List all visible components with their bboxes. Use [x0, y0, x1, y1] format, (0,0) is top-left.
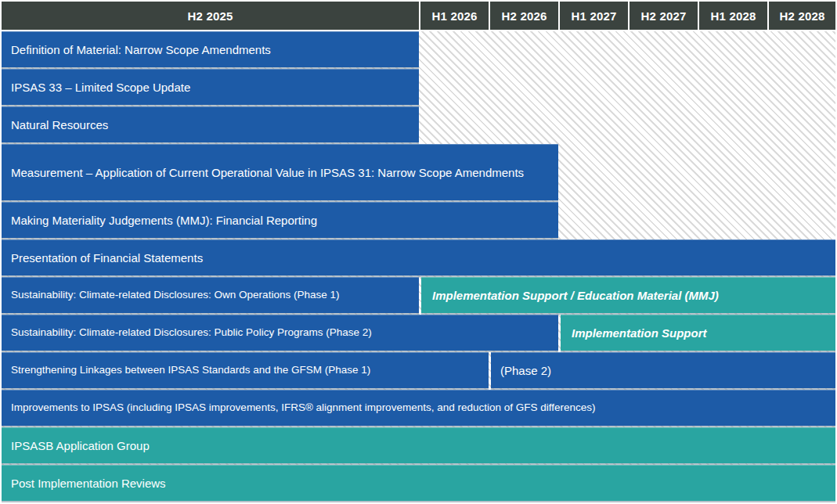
gantt-inner: H2 2025H1 2026H2 2026H1 2027H2 2027H1 20…	[2, 2, 835, 502]
gantt-row: Post Implementation Reviews	[2, 465, 835, 501]
gantt-row: IPSAS 33 – Limited Scope Update	[2, 69, 835, 105]
timeline-header-cell: H1 2027	[560, 2, 628, 30]
support-phase-bar: Implementation Support	[561, 315, 835, 351]
bar-label: Natural Resources	[11, 117, 108, 133]
bar-label: Sustainability: Climate-related Disclosu…	[11, 288, 339, 303]
bar-label: Making Materiality Judgements (MMJ): Fin…	[11, 212, 317, 229]
bar-label: IPSAS 33 – Limited Scope Update	[11, 79, 190, 95]
bar-label: Implementation Support	[572, 325, 707, 341]
support-phase-bar: Post Implementation Reviews	[2, 465, 835, 501]
bar-label: Implementation Support / Education Mater…	[432, 287, 719, 304]
timeline-header-cell: H2 2027	[630, 2, 698, 30]
bar-label: Measurement – Application of Current Ope…	[11, 164, 524, 181]
timeline-header-cell: H1 2028	[699, 2, 767, 30]
workstream-bar: Improvements to IPSAS (including IPSAS i…	[2, 390, 835, 426]
support-phase-bar: IPSASB Application Group	[2, 427, 835, 463]
bar-label: Sustainability: Climate-related Disclosu…	[11, 326, 372, 340]
gantt-row: IPSASB Application Group	[2, 427, 835, 463]
gantt-row: Definition of Material: Narrow Scope Ame…	[2, 31, 835, 67]
bar-label: Post Implementation Reviews	[11, 475, 166, 491]
workstream-bar: Strengthening Linkages between IPSAS Sta…	[2, 352, 489, 388]
gantt-row: Sustainability: Climate-related Disclosu…	[2, 277, 835, 313]
workstream-bar: Measurement – Application of Current Ope…	[2, 144, 558, 200]
gantt-body: Definition of Material: Narrow Scope Ame…	[2, 31, 835, 501]
bar-label: Presentation of Financial Statements	[11, 250, 203, 266]
workstream-bar: IPSAS 33 – Limited Scope Update	[2, 69, 419, 105]
gantt-row: Sustainability: Climate-related Disclosu…	[2, 315, 835, 351]
bar-label: Improvements to IPSAS (including IPSAS i…	[11, 401, 596, 416]
gantt-row: Measurement – Application of Current Ope…	[2, 144, 835, 200]
workstream-bar: Definition of Material: Narrow Scope Ame…	[2, 31, 419, 67]
workstream-bar: Sustainability: Climate-related Disclosu…	[2, 315, 558, 351]
gantt-row: Presentation of Financial Statements	[2, 239, 835, 275]
workstream-bar: Sustainability: Climate-related Disclosu…	[2, 277, 419, 313]
timeline-header: H2 2025H1 2026H2 2026H1 2027H2 2027H1 20…	[2, 2, 835, 30]
gantt-row: Improvements to IPSAS (including IPSAS i…	[2, 390, 835, 426]
workstream-bar: Making Materiality Judgements (MMJ): Fin…	[2, 202, 558, 238]
timeline-header-cell: H2 2025	[2, 2, 419, 30]
bar-label: Strengthening Linkages between IPSAS Sta…	[11, 363, 370, 378]
timeline-header-cell: H2 2028	[769, 2, 835, 30]
timeline-header-cell: H1 2026	[420, 2, 489, 30]
bar-label: (Phase 2)	[500, 362, 551, 379]
bar-label: Definition of Material: Narrow Scope Ame…	[11, 41, 271, 58]
workstream-bar: Presentation of Financial Statements	[2, 239, 835, 275]
gantt-row: Making Materiality Judgements (MMJ): Fin…	[2, 202, 835, 238]
timeline-header-cell: H2 2026	[490, 2, 558, 30]
bar-label: IPSASB Application Group	[11, 437, 150, 454]
workstream-bar: Natural Resources	[2, 106, 419, 142]
support-phase-bar: Implementation Support / Education Mater…	[421, 277, 835, 313]
workplan-gantt-chart: H2 2025H1 2026H2 2026H1 2027H2 2027H1 20…	[0, 0, 837, 504]
workstream-bar: (Phase 2)	[491, 352, 835, 388]
gantt-row: Strengthening Linkages between IPSAS Sta…	[2, 352, 835, 388]
gantt-row: Natural Resources	[2, 106, 835, 142]
